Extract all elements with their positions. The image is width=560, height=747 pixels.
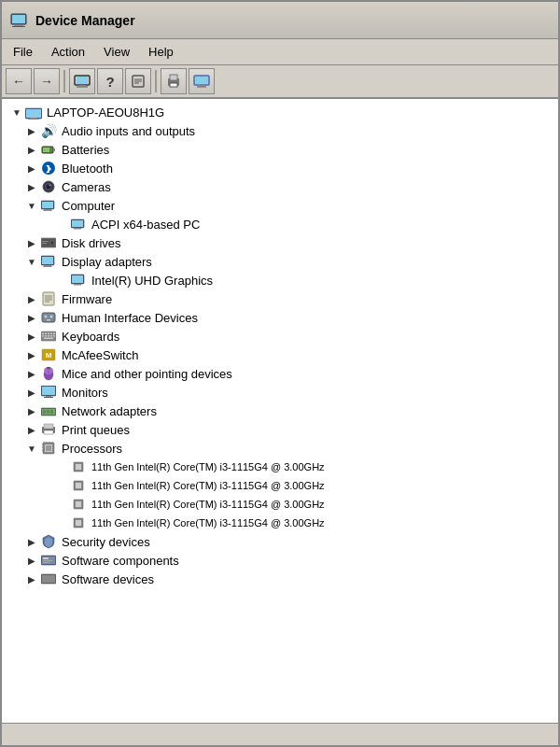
computer-icon	[39, 198, 58, 213]
mice-node[interactable]: ▶ Mice and other pointing devices	[2, 364, 558, 383]
hid-label: Human Interface Devices	[62, 311, 198, 325]
print-label: Print queues	[62, 423, 130, 437]
svg-rect-111	[43, 562, 49, 563]
svg-rect-63	[50, 333, 52, 335]
softcomp-node[interactable]: ▶ Software components	[2, 551, 558, 570]
print-button[interactable]	[161, 68, 187, 94]
audio-node[interactable]: ▶ 🔊 Audio inputs and outputs	[2, 121, 558, 140]
audio-label: Audio inputs and outputs	[62, 124, 195, 138]
tree-view[interactable]: ▼ LAPTOP-AEOU8H1G ▶ 🔊 Audio inputs and o…	[2, 99, 558, 723]
svg-rect-88	[44, 430, 53, 434]
svg-rect-80	[44, 397, 53, 398]
audio-icon: 🔊	[39, 123, 58, 138]
proc-0-node[interactable]: ▶ 11th Gen Intel(R) Core(TM) i3-1115G4 @…	[2, 458, 558, 476]
app-icon	[9, 11, 28, 30]
svg-rect-36	[72, 220, 83, 227]
intel-uhd-node[interactable]: ▶ Intel(R) UHD Graphics	[2, 271, 558, 289]
proc-0-label: 11th Gen Intel(R) Core(TM) i3-1115G4 @ 3…	[91, 461, 325, 472]
svg-rect-34	[43, 211, 52, 212]
device-manager-window: Device Manager FileActionViewHelp ← → ?	[0, 0, 560, 747]
computer-node[interactable]: ▼ Computer	[2, 196, 558, 215]
intel-uhd-label: Intel(R) UHD Graphics	[91, 274, 213, 288]
svg-rect-70	[44, 338, 53, 340]
processors-node[interactable]: ▼ Processors	[2, 439, 558, 458]
processors-icon	[39, 441, 58, 456]
mcafee-node[interactable]: ▶ M McAfeeSwitch	[2, 345, 558, 364]
svg-rect-113	[42, 575, 55, 583]
softdev-node[interactable]: ▶ Software devices	[2, 570, 558, 588]
svg-rect-78	[42, 387, 55, 395]
root-expand-icon: ▼	[9, 105, 24, 120]
svg-rect-67	[48, 335, 49, 337]
svg-rect-79	[46, 396, 51, 397]
proc-1-node[interactable]: ▶ 11th Gen Intel(R) Core(TM) i3-1115G4 @…	[2, 476, 558, 495]
display-expand: ▼	[24, 254, 39, 269]
proc-2-node[interactable]: ▶ 11th Gen Intel(R) Core(TM) i3-1115G4 @…	[2, 495, 558, 514]
security-node[interactable]: ▶ Security devices	[2, 532, 558, 551]
acpi-node[interactable]: ▶ ACPI x64-based PC	[2, 215, 558, 233]
svg-rect-85	[50, 410, 53, 414]
mcafee-icon: M	[39, 347, 58, 362]
audio-expand: ▶	[24, 123, 39, 138]
toolbar-separator-1	[63, 70, 65, 92]
proc-3-node[interactable]: ▶ 11th Gen Intel(R) Core(TM) i3-1115G4 @…	[2, 514, 558, 532]
svg-rect-2	[12, 26, 25, 27]
firmware-node[interactable]: ▶ Firmware	[2, 289, 558, 308]
hid-node[interactable]: ▶ Human Interface Devices	[2, 308, 558, 327]
svg-rect-58	[47, 319, 50, 321]
batteries-node[interactable]: ▶ Batteries	[2, 140, 558, 159]
svg-point-56	[45, 316, 48, 318]
batteries-icon	[39, 142, 58, 157]
svg-rect-100	[76, 464, 81, 470]
acpi-label: ACPI x64-based PC	[91, 218, 200, 232]
keyboards-node[interactable]: ▶	[2, 327, 558, 345]
computer-label: Computer	[62, 199, 115, 213]
network-expand: ▶	[24, 403, 39, 418]
svg-rect-44	[42, 257, 53, 264]
computer-button[interactable]	[69, 68, 95, 94]
menu-item-file[interactable]: File	[6, 43, 40, 61]
svg-rect-46	[43, 267, 52, 268]
forward-button[interactable]: →	[34, 68, 60, 94]
monitor-button[interactable]	[189, 68, 215, 94]
help-button[interactable]: ?	[97, 68, 123, 94]
back-button[interactable]: ←	[6, 68, 32, 94]
proc-2-icon	[69, 497, 88, 512]
mcafee-label: McAfeeSwitch	[62, 348, 138, 362]
svg-rect-22	[28, 120, 39, 120]
svg-rect-76	[47, 367, 50, 369]
toolbar: ← → ?	[2, 65, 558, 99]
processors-label: Processors	[62, 442, 122, 456]
properties-button[interactable]	[125, 68, 151, 94]
menu-item-view[interactable]: View	[96, 43, 137, 61]
softcomp-label: Software components	[62, 554, 179, 568]
svg-rect-3	[12, 15, 25, 23]
display-node[interactable]: ▼ Display adapters	[2, 252, 558, 271]
svg-rect-61	[45, 333, 47, 335]
monitors-node[interactable]: ▶ Monitors	[2, 383, 558, 402]
monitors-expand: ▶	[24, 385, 39, 400]
keyboards-icon	[39, 329, 58, 344]
softdev-icon	[39, 571, 58, 586]
bluetooth-expand: ▶	[24, 161, 39, 176]
mice-label: Mice and other pointing devices	[62, 367, 232, 381]
bluetooth-node[interactable]: ▶ Bluetooth	[2, 159, 558, 177]
svg-point-40	[50, 241, 54, 245]
softcomp-icon	[39, 553, 58, 568]
network-node[interactable]: ▶ Network adapters	[2, 402, 558, 420]
svg-rect-91	[46, 445, 51, 451]
root-node[interactable]: ▼ LAPTOP-AEOU8H1G	[2, 103, 558, 121]
menu-item-action[interactable]: Action	[44, 43, 92, 61]
print-node[interactable]: ▶ Print queues	[2, 420, 558, 439]
security-label: Security devices	[62, 535, 150, 549]
svg-text:M: M	[46, 351, 52, 359]
processors-expand: ▼	[24, 441, 39, 456]
title-bar: Device Manager	[2, 2, 558, 39]
mcafee-expand: ▶	[24, 347, 39, 362]
menu-item-help[interactable]: Help	[141, 43, 181, 61]
cameras-node[interactable]: ▶ Cameras	[2, 177, 558, 196]
hid-expand: ▶	[24, 310, 39, 325]
svg-rect-62	[48, 333, 49, 335]
print-expand: ▶	[24, 422, 39, 437]
disk-node[interactable]: ▶ Disk drives	[2, 233, 558, 252]
